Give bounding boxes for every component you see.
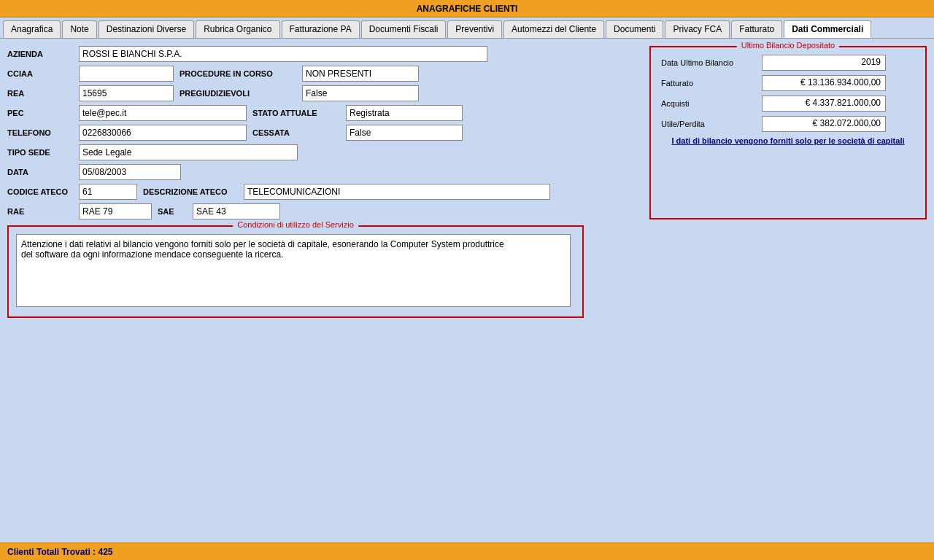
cessata-label: CESSATA [252, 128, 340, 137]
tab-documenti[interactable]: Documenti [606, 20, 663, 38]
bilancio-acquisti-row: Acquisti € 4.337.821.000,00 [661, 96, 915, 112]
main-content: AZIENDA CCIAA PROCEDURE IN CORSO REA PRE… [0, 39, 934, 542]
bilancio-utile-row: Utile/Perdita € 382.072.000,00 [661, 116, 915, 132]
title-bar: ANAGRAFICHE CLIENTI [0, 0, 934, 18]
bilancio-fatturato-value: € 13.136.934.000,00 [762, 75, 886, 91]
condizioni-textarea[interactable] [16, 234, 571, 307]
procedure-label: PROCEDURE IN CORSO [180, 69, 296, 78]
data-label: DATA [7, 168, 73, 176]
top-area: AZIENDA CCIAA PROCEDURE IN CORSO REA PRE… [7, 46, 927, 219]
tabs-container: Anagrafica Note Destinazioni Diverse Rub… [0, 18, 934, 39]
azienda-label: AZIENDA [7, 50, 73, 58]
rae-label: RAE [7, 207, 73, 216]
rea-label: REA [7, 89, 73, 98]
bilancio-utile-label: Utile/Perdita [661, 120, 756, 128]
codice-ateco-input[interactable] [79, 184, 137, 200]
bilancio-note: I dati di bilancio vengono forniti solo … [661, 136, 915, 145]
rae-input[interactable] [79, 203, 152, 219]
pec-input[interactable] [79, 105, 247, 121]
rea-row: REA PREGIUDIZIEVOLI [7, 85, 642, 101]
bilancio-data-row: Data Ultimo Bilancio 2019 [661, 55, 915, 71]
data-row: DATA [7, 164, 642, 180]
bilancio-fatturato-row: Fatturato € 13.136.934.000,00 [661, 75, 915, 91]
tab-anagrafica[interactable]: Anagrafica [3, 20, 61, 38]
tab-automezzi[interactable]: Automezzi del Cliente [503, 20, 604, 38]
tab-fatturato[interactable]: Fatturato [731, 20, 782, 38]
tab-fatturazione-pa[interactable]: Fatturazione PA [282, 20, 360, 38]
condizioni-box: Condizioni di utilizzo del Servizio [7, 225, 584, 318]
pregiudizievoli-label: PREGIUDIZIEVOLI [180, 89, 296, 98]
tab-privacy-fca[interactable]: Privacy FCA [665, 20, 730, 38]
azienda-input[interactable] [79, 46, 487, 62]
stato-attuale-label: STATO ATTUALE [252, 109, 340, 117]
descrizione-ateco-input[interactable] [244, 184, 550, 200]
telefono-row: TELEFONO CESSATA [7, 125, 642, 141]
bilancio-utile-value: € 382.072.000,00 [762, 116, 886, 132]
tab-note[interactable]: Note [62, 20, 96, 38]
pregiudizievoli-input[interactable] [302, 85, 419, 101]
sae-label: SAE [158, 207, 187, 216]
bilancio-fatturato-label: Fatturato [661, 79, 756, 88]
tab-dati-commerciali[interactable]: Dati Commerciali [784, 20, 871, 38]
pec-label: PEC [7, 109, 73, 117]
bilancio-box-title: Ultimo Bilancio Depositato [737, 41, 839, 50]
status-label: Clienti Totali Trovati : 425 [7, 547, 112, 557]
tab-preventivi[interactable]: Preventivi [447, 20, 502, 38]
cciaa-input[interactable] [79, 66, 174, 82]
rea-input[interactable] [79, 85, 174, 101]
azienda-row: AZIENDA [7, 46, 642, 62]
tipo-sede-input[interactable] [79, 144, 298, 160]
descrizione-ateco-label: DESCRIZIONE ATECO [143, 187, 238, 196]
ateco-row: CODICE ATECO DESCRIZIONE ATECO [7, 184, 642, 200]
bilancio-acquisti-label: Acquisti [661, 99, 756, 108]
telefono-label: TELEFONO [7, 128, 73, 137]
tab-rubrica-organico[interactable]: Rubrica Organico [196, 20, 279, 38]
bilancio-acquisti-value: € 4.337.821.000,00 [762, 96, 886, 112]
data-input[interactable] [79, 164, 181, 180]
pec-row: PEC STATO ATTUALE [7, 105, 642, 121]
tab-documenti-fiscali[interactable]: Documenti Fiscali [361, 20, 447, 38]
sae-input[interactable] [193, 203, 280, 219]
bilancio-data-label: Data Ultimo Bilancio [661, 58, 756, 67]
cessata-input[interactable] [346, 125, 463, 141]
rae-row: RAE SAE [7, 203, 642, 219]
cciaa-row: CCIAA PROCEDURE IN CORSO [7, 66, 642, 82]
stato-attuale-input[interactable] [346, 105, 463, 121]
condizioni-box-title: Condizioni di utilizzo del Servizio [233, 220, 358, 229]
left-form: AZIENDA CCIAA PROCEDURE IN CORSO REA PRE… [7, 46, 642, 219]
codice-ateco-label: CODICE ATECO [7, 187, 73, 196]
status-bar: Clienti Totali Trovati : 425 [0, 542, 934, 560]
bilancio-box: Ultimo Bilancio Depositato Data Ultimo B… [649, 46, 927, 219]
procedure-input[interactable] [302, 66, 419, 82]
bilancio-data-value: 2019 [762, 55, 886, 71]
tipo-sede-label: TIPO SEDE [7, 148, 73, 157]
cciaa-label: CCIAA [7, 69, 73, 78]
tipo-sede-row: TIPO SEDE [7, 144, 642, 160]
tab-destinazioni-diverse[interactable]: Destinazioni Diverse [99, 20, 194, 38]
title-label: ANAGRAFICHE CLIENTI [417, 4, 518, 14]
telefono-input[interactable] [79, 125, 247, 141]
